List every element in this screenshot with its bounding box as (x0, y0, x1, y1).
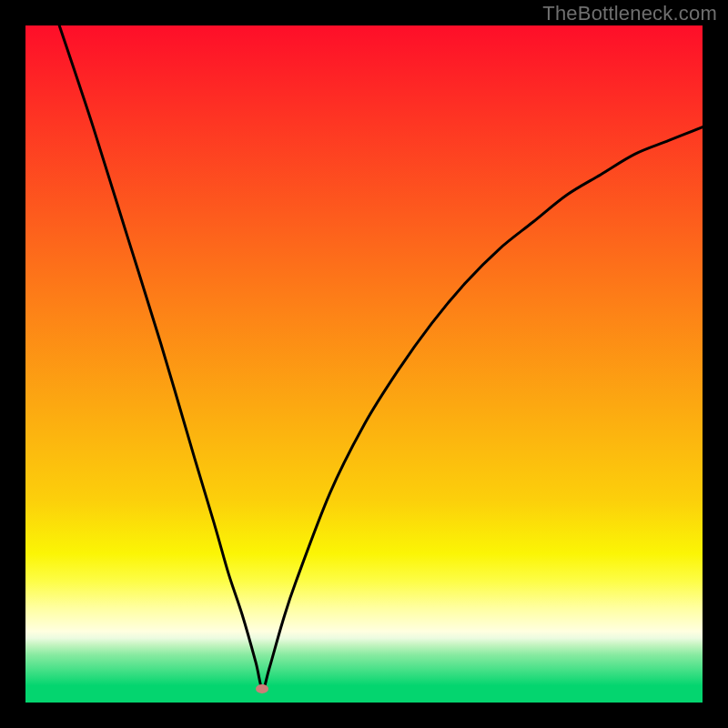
plot-area (25, 25, 703, 703)
bottleneck-curve (25, 25, 703, 703)
watermark-text: TheBottleneck.com (542, 2, 717, 25)
optimal-point-marker (256, 684, 268, 693)
